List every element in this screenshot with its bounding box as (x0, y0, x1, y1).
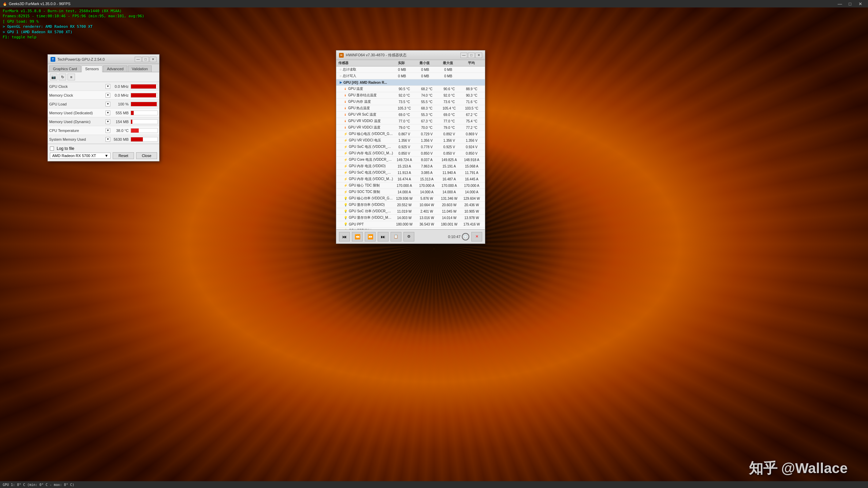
hwinfo-minimize-button[interactable]: — (460, 53, 467, 58)
sensor-dropdown-memory-clock[interactable]: ▼ (106, 93, 110, 98)
sensor-bar-fill-mem-dedicated (131, 111, 134, 115)
sensor-bar-gpu-clock (131, 84, 158, 89)
gpuz-icon: T (51, 57, 55, 62)
furmark-overlay-line5: > GPU 1 (AMD Radeon RX 5700 XT) (3, 30, 144, 35)
hwinfo-table-row[interactable]: ⚡ GPU 内存 电压 (VDDCI_M...) 0.850 V 0.850 V… (336, 150, 485, 157)
gpuz-gpu-dropdown-icon: ▼ (105, 154, 108, 158)
sensor-bar-mem-dynamic (131, 119, 158, 124)
hwinfo-nav-first-button[interactable]: ⏮ (339, 232, 350, 241)
hwinfo-table-row[interactable]: 🌡 GPU VR SoC 温度 69.0 °C 55.3 °C 69.0 °C … (336, 112, 485, 118)
gpuz-titlebar: T TechPowerUp GPU-Z 2.54.0 — □ ✕ (48, 55, 159, 64)
sensor-label-sys-mem: System Memory Used ▼ (49, 137, 110, 142)
sensor-row-cpu-temp: CPU Temperature ▼ 38.0 °C (48, 126, 159, 135)
sensor-label-cpu-temp: CPU Temperature ▼ (49, 128, 110, 133)
gpuz-gpu-selector[interactable]: AMD Radeon RX 5700 XT ▼ (50, 153, 111, 159)
gpuz-refresh-button[interactable]: ↻ (59, 74, 66, 80)
sensor-dropdown-cpu-temp[interactable]: ▼ (106, 128, 110, 133)
gpuz-footer-log-row: Log to file (50, 146, 157, 151)
sensor-dropdown-gpu-clock[interactable]: ▼ (106, 84, 110, 89)
furmark-window-controls: — □ ✕ (835, 0, 865, 7)
hwinfo-table-row[interactable]: 🌡 GPU 内存 温度 73.5 °C 55.5 °C 73.6 °C 71.6… (336, 99, 485, 105)
hwinfo-table-row[interactable]: ▶ GPU [#0]: AMD Radeon R... (336, 79, 485, 86)
sensor-bar-fill-gpu-clock (131, 84, 156, 89)
hwinfo-table-row[interactable]: ⚡ GPU 核心 TDC 限制 170.000 A 170.000 A 170.… (336, 182, 485, 189)
gpuz-menu-button[interactable]: ≡ (68, 74, 75, 80)
hwinfo-close-button2[interactable]: ✕ (471, 232, 482, 241)
furmark-titlebar: 🔥 Geeks3D FurMark v1.35.0.0 - 96FPS — □ … (0, 0, 868, 7)
hwinfo-table-row[interactable]: ⚡ GPU VR VDDCI 电压 1.356 V 1.356 V 1.356 … (336, 137, 485, 144)
furmark-minimize-button[interactable]: — (835, 0, 845, 7)
hwinfo-table-row[interactable]: ⚡ GPU 核心电压 (VDDCR_GFX) 0.867 V 0.729 V 0… (336, 131, 485, 137)
tab-advanced[interactable]: Advanced (103, 65, 127, 72)
hwinfo-col-min: 最小值 (413, 61, 436, 65)
hwinfo-window-controls: — □ ✕ (460, 53, 482, 58)
sensor-bar-sys-mem (131, 137, 158, 142)
furmark-overlay-line2: Frames:82915 - time:00:10:46 - FPS:96 (m… (3, 14, 144, 19)
tab-validation[interactable]: Validation (128, 65, 152, 72)
hwinfo-table-row[interactable]: 💡 GPU 显存功率 (VDDIO) 20.552 W 10.664 W 20.… (336, 202, 485, 208)
bottom-status-bar: GPU 1: 8° C (min: 0° C - max: 8° C) (0, 481, 868, 488)
gpuz-screenshot-button[interactable]: 📷 (50, 74, 57, 80)
hwinfo-table-row[interactable]: 🌡 GPU VR VDDIO 温度 77.0 °C 67.3 °C 77.0 °… (336, 118, 485, 124)
hwinfo-footer: ⏮ ⏪ ⏩ ⏭ 📋 ⚙ 0:10:47 🕐 ✕ (336, 229, 485, 243)
gpuz-minimize-button[interactable]: — (135, 57, 141, 62)
hwinfo-nav-prev-button[interactable]: ⏪ (352, 232, 363, 241)
hwinfo-window: H HWiNFO64 v7.30-4870 - 传感器状态 — □ ✕ 传感器 … (336, 50, 485, 244)
sensor-row-mem-dedicated: Memory Used (Dedicated) ▼ 555 MB (48, 109, 159, 117)
hwinfo-table-row[interactable]: 💡 GPU SoC 功率 (VDDCR_S...) 11.019 W 2.401… (336, 208, 485, 215)
sensor-row-sys-mem: System Memory Used ▼ 5630 MB (48, 135, 159, 144)
hwinfo-table-row[interactable]: 🌡 GPU 热点温度 105.3 °C 68.3 °C 105.4 °C 103… (336, 105, 485, 112)
furmark-close-button[interactable]: ✕ (855, 0, 865, 7)
hwinfo-table-row[interactable]: ○ 总计读取 0 MB 0 MB 0 MB (336, 66, 485, 73)
hwinfo-copy-button[interactable]: 📋 (391, 232, 401, 241)
tab-graphics-card[interactable]: Graphics Card (49, 65, 81, 72)
hwinfo-settings-button[interactable]: ⚙ (403, 232, 414, 241)
hwinfo-table-row[interactable]: 💡 GPU 核心功率 (VDDCR_GFX) 129.936 W 5.876 W… (336, 195, 485, 202)
hwinfo-table-row[interactable]: 🌡 GPU 温度 90.5 °C 68.2 °C 90.6 °C 88.9 °C (336, 86, 485, 92)
sensor-bar-cpu-temp (131, 128, 158, 133)
gpuz-window-controls: — □ ✕ (135, 57, 156, 62)
hwinfo-icon: H (339, 53, 344, 58)
hwinfo-table-row[interactable]: 🌡 GPU VR VDDCI 温度 79.0 °C 70.0 °C 79.0 °… (336, 124, 485, 131)
hwinfo-table-row[interactable]: 💡 GPU PPT 限制 180.000 W 180.000 W 180.000… (336, 228, 485, 229)
gpuz-maximize-button[interactable]: □ (142, 57, 149, 62)
hwinfo-time-display: 0:10:47 🕐 (416, 233, 469, 240)
hwinfo-col-max: 最大值 (436, 61, 460, 65)
hwinfo-nav-next-button[interactable]: ⏩ (365, 232, 376, 241)
gpuz-footer-buttons: Reset Close (113, 152, 157, 159)
hwinfo-col-cur: 实际 (390, 61, 413, 65)
hwinfo-clock-icon: 🕐 (462, 233, 469, 240)
gpuz-close-button2[interactable]: Close (136, 152, 157, 159)
gpuz-reset-button[interactable]: Reset (113, 152, 134, 159)
furmark-overlay-line3: [ GPU load: 99 % (3, 19, 144, 24)
hwinfo-table-row[interactable]: ⚡ GPU 内存 电流 (VDDIO) 15.153 A 7.863 A 15.… (336, 163, 485, 170)
hwinfo-table-row[interactable]: 💡 GPU PPT 180.000 W 36.543 W 180.001 W 1… (336, 221, 485, 228)
hwinfo-table-row[interactable]: ○ 总计写入 0 MB 0 MB 0 MB (336, 73, 485, 79)
gpuz-toolbar: 📷 ↻ ≡ (48, 72, 159, 82)
sensor-bar-fill-mem-dynamic (131, 120, 132, 124)
watermark: 知乎 @Wallace (749, 459, 848, 478)
hwinfo-table-row[interactable]: 💡 GPU 显存功率 (VDDCI_MEM) 14.003 W 13.016 W… (336, 215, 485, 221)
hwinfo-table-row[interactable]: ⚡ GPU 内存 电流 (VDDCI_M...) 16.474 A 15.313… (336, 176, 485, 182)
sensor-dropdown-mem-dedicated[interactable]: ▼ (106, 111, 110, 115)
hwinfo-maximize-button[interactable]: □ (468, 53, 475, 58)
hwinfo-table-row[interactable]: ⚡ GPU Core 电流 (VDDCR_G...) 149.724 A 8.0… (336, 157, 485, 163)
sensor-bar-fill-cpu-temp (131, 129, 139, 133)
furmark-overlay-line1: FurMark v1.35.8.8 - Burn-in test, 2560x1… (3, 8, 144, 14)
hwinfo-close-button[interactable]: ✕ (475, 53, 482, 58)
hwinfo-table-row[interactable]: 🌡 GPU 显存结点温度 92.0 °C 74.0 °C 92.0 °C 90.… (336, 92, 485, 99)
gpuz-log-checkbox[interactable] (50, 147, 54, 151)
tab-sensors[interactable]: Sensors (81, 65, 102, 72)
sensor-dropdown-gpu-load[interactable]: ▼ (106, 102, 110, 106)
hwinfo-table-row[interactable]: ⚡ GPU SoC 电流 (VDDCR_S...) 11.913 A 3.085… (336, 170, 485, 176)
sensor-bar-fill-memory-clock (131, 93, 156, 97)
sensor-dropdown-mem-dynamic[interactable]: ▼ (106, 119, 110, 124)
hwinfo-table-row[interactable]: ⚡ GPU SoC 电压 (VDDCR_S...) 0.925 V 0.778 … (336, 144, 485, 150)
gpuz-footer: Log to file AMD Radeon RX 5700 XT ▼ Rese… (48, 144, 159, 161)
hwinfo-table-row[interactable]: ⚡ GPU SOC TDC 限制 14.000 A 14.000 A 14.00… (336, 189, 485, 195)
hwinfo-nav-last-button[interactable]: ⏭ (378, 232, 389, 241)
sensor-dropdown-sys-mem[interactable]: ▼ (106, 137, 110, 142)
furmark-maximize-button[interactable]: □ (845, 0, 855, 7)
gpuz-close-button[interactable]: ✕ (150, 57, 156, 62)
hwinfo-col-sensor: 传感器 (338, 61, 390, 65)
